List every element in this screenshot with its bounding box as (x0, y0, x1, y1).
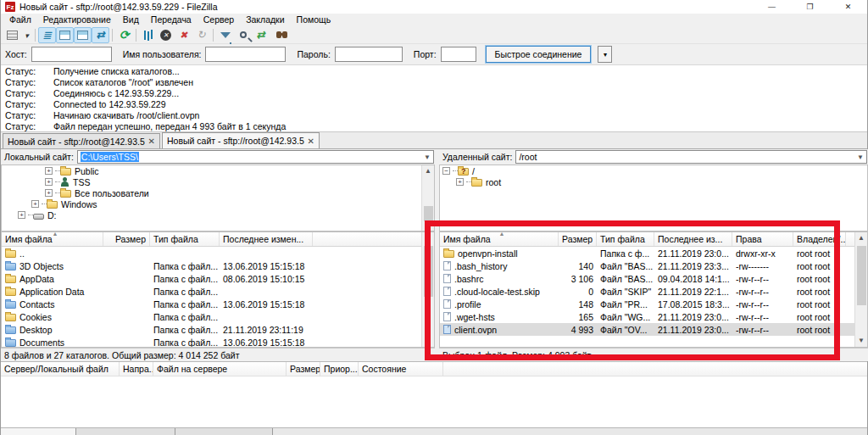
scroll-down-icon[interactable]: ▼ (422, 335, 434, 347)
tree-item[interactable]: +Все пользователи (2, 187, 434, 198)
reconnect-button[interactable] (192, 27, 210, 43)
scroll-up-icon[interactable]: ▲ (422, 165, 434, 177)
chevron-down-icon[interactable]: ▼ (424, 153, 433, 161)
username-input[interactable] (205, 47, 286, 62)
site-manager-dropdown-button[interactable] (21, 27, 32, 43)
remote-path-combobox[interactable]: /root ▼ (515, 150, 867, 164)
find-files-button[interactable] (270, 27, 287, 43)
restore-icon[interactable]: ❐ (791, 0, 829, 14)
menu-item-3[interactable]: Передача (145, 14, 198, 26)
tree-item[interactable]: −/ (440, 165, 867, 176)
file-row[interactable]: .bash_history140Файл "BAS...21.11.2019 2… (440, 259, 867, 272)
column-header[interactable]: Размер (287, 362, 320, 376)
queue-tab[interactable] (76, 428, 175, 435)
toggle-log-button[interactable] (38, 27, 56, 43)
file-row[interactable]: DocumentsПапка с файл...13.06.2019 15:15… (2, 336, 434, 348)
file-row[interactable]: client.ovpn4 993Файл "OV...21.11.2019 23… (440, 323, 867, 336)
minimize-icon[interactable]: — (753, 0, 791, 14)
chevron-down-icon[interactable]: ▼ (857, 153, 866, 161)
file-row[interactable]: 3D ObjectsПапка с файл...13.06.2019 15:1… (2, 259, 434, 272)
file-row[interactable]: .bashrc3 106Файл "BAS...09.04.2018 14:1.… (440, 272, 867, 285)
expand-icon[interactable]: + (18, 211, 25, 219)
compare-button[interactable] (234, 27, 252, 43)
column-header[interactable]: Файл на сервере (153, 362, 287, 376)
queue-tab[interactable] (1, 428, 76, 435)
scroll-down-icon[interactable]: ▼ (422, 219, 434, 231)
expand-icon[interactable]: + (31, 200, 39, 208)
column-header[interactable]: Размер (103, 232, 150, 246)
column-header[interactable]: Напра... (120, 362, 153, 376)
tree-item[interactable]: +root (440, 176, 867, 187)
collapse-icon[interactable]: − (442, 167, 450, 175)
file-row[interactable]: .cloud-locale-test.skip0Файл "SKIP"21.11… (440, 285, 867, 298)
quickconnect-button[interactable]: Быстрое соединение (486, 46, 592, 63)
refresh-button[interactable] (115, 27, 133, 43)
disconnect-button[interactable] (175, 27, 192, 43)
folder-question-icon (458, 168, 469, 176)
close-icon[interactable]: ✕ (304, 137, 314, 146)
menu-item-1[interactable]: Редактирование (37, 14, 117, 26)
filter-button[interactable] (216, 27, 234, 43)
host-input[interactable] (31, 47, 112, 62)
file-row[interactable]: CookiesПапка с файл... (2, 310, 434, 323)
file-row[interactable]: .profile148Файл "PR...17.08.2015 18:3...… (440, 298, 867, 310)
file-row[interactable]: Application DataПапка с файл... (2, 285, 434, 298)
tree-item[interactable]: +TSS (2, 176, 434, 187)
expand-icon[interactable]: + (45, 178, 53, 186)
menu-item-2[interactable]: Вид (117, 14, 145, 26)
file-row[interactable]: DesktopПапка с файл...21.11.2019 23:11:1… (2, 323, 434, 336)
column-header[interactable]: Тип файла (597, 232, 654, 246)
menu-item-0[interactable]: Файл (3, 14, 37, 26)
column-header[interactable]: Последнее измен... (220, 232, 313, 246)
session-tab-1[interactable]: Новый сайт - sftp://root@142.93.59.229✕ (162, 132, 320, 148)
local-path-combobox[interactable]: C:\Users\TSS\ ▼ (77, 150, 434, 164)
file-row[interactable]: .wget-hsts165Файл "WG...21.11.2019 23:0.… (440, 310, 867, 323)
file-row[interactable]: .. (2, 247, 434, 259)
menu-item-5[interactable]: Закладки (240, 14, 290, 26)
column-header[interactable]: Тип файла (150, 232, 220, 246)
toggle-local-tree-button[interactable] (56, 27, 74, 43)
scroll-down-icon[interactable]: ▼ (855, 335, 867, 347)
tree-item[interactable]: +Windows (2, 198, 434, 209)
password-input[interactable] (335, 47, 403, 62)
expand-icon[interactable]: + (45, 189, 53, 197)
toggle-remote-tree-button[interactable] (74, 27, 92, 43)
scrollbar-thumb[interactable] (857, 246, 866, 305)
toggle-queue-button[interactable] (92, 27, 109, 43)
column-header[interactable]: Владелец/... (793, 232, 846, 246)
close-icon[interactable]: ✕ (829, 0, 867, 14)
file-row[interactable]: AppDataПапка с файл...08.06.2019 15:10:1… (2, 272, 434, 285)
column-header[interactable]: Сервер/Локальный файл (1, 362, 120, 376)
scroll-up-icon[interactable]: ▲ (855, 232, 867, 244)
process-queue-button[interactable] (139, 27, 157, 43)
column-header[interactable]: Имя файла▲ (440, 232, 559, 246)
column-header[interactable]: Последнее из... (654, 232, 732, 246)
column-header[interactable]: Права (732, 232, 793, 246)
column-header[interactable]: Размер (559, 232, 597, 246)
sync-browsing-button[interactable] (252, 27, 270, 43)
menu-item-6[interactable]: Помощь (291, 14, 337, 26)
session-tab-0[interactable]: Новый сайт - sftp://root@142.93.59.229✕ (3, 133, 160, 148)
menu-item-4[interactable]: Сервер (198, 14, 240, 26)
column-header[interactable]: Приор... (320, 362, 359, 376)
cancel-button[interactable] (157, 27, 175, 43)
tree-item[interactable]: +Public (2, 165, 434, 176)
column-header[interactable]: Состояние (359, 362, 443, 376)
file-row[interactable]: ContactsПапка с файл...13.06.2019 15:15:… (2, 298, 434, 310)
expand-icon[interactable]: + (456, 178, 464, 186)
close-icon[interactable]: ✕ (145, 137, 155, 146)
local-tree-scrollbar[interactable]: ▲ ▼ (421, 165, 434, 231)
site-manager-button[interactable] (3, 27, 21, 43)
port-input[interactable] (441, 47, 476, 62)
log-message: Начинаю скачивать /root/client.ovpn (53, 110, 867, 121)
expand-icon[interactable]: + (45, 167, 53, 175)
tree-item[interactable]: +D: (2, 209, 434, 220)
scrollbar-thumb[interactable] (424, 246, 433, 297)
queue-tab[interactable] (175, 428, 273, 435)
file-row[interactable]: openvpn-installПапка с ф...21.11.2019 23… (440, 247, 867, 259)
scroll-up-icon[interactable]: ▲ (422, 232, 434, 244)
column-header[interactable]: Имя файла▲ (2, 232, 103, 246)
quickconnect-dropdown[interactable]: ▾ (598, 46, 612, 63)
remote-list-scrollbar[interactable]: ▲ ▼ (854, 232, 867, 347)
local-list-scrollbar[interactable]: ▲ ▼ (421, 232, 434, 347)
